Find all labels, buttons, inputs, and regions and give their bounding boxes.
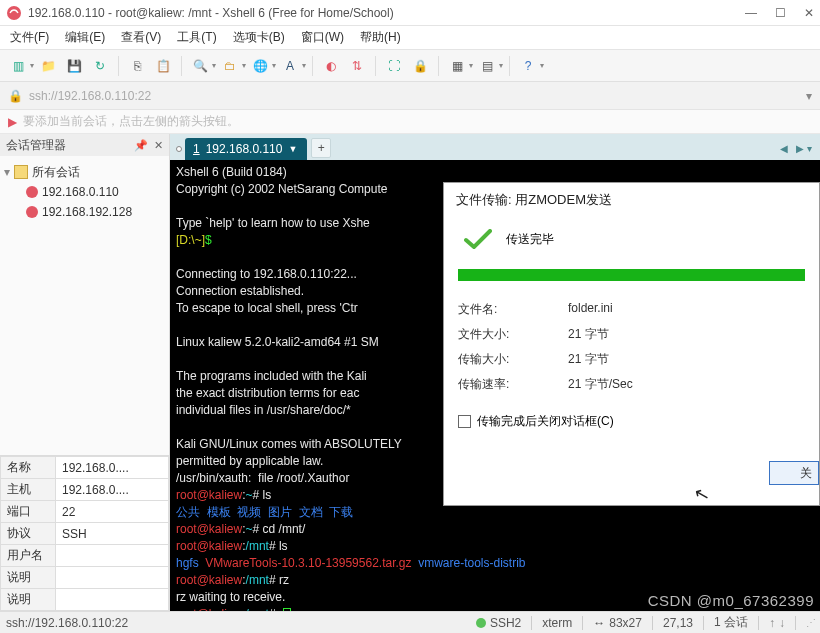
resize-grip-icon[interactable]: ⋰ [806,617,814,628]
tree-root[interactable]: ▾ 所有会话 [4,162,165,182]
tab-menu-icon[interactable] [176,146,182,152]
minimize-button[interactable]: — [745,6,757,20]
prop-val: 192.168.0.... [56,479,169,501]
session-icon [26,206,38,218]
session-tree[interactable]: ▾ 所有会话 192.168.0.110 192.168.192.128 [0,156,169,455]
rate-value: 21 字节/Sec [568,376,633,393]
copy-icon[interactable]: ⎘ [125,54,149,78]
prop-val [56,545,169,567]
open-icon[interactable]: 📁 [36,54,60,78]
close-after-checkbox[interactable]: 传输完成后关闭对话框(C) [458,413,805,430]
resize-icon: ↔ [593,616,605,630]
tree-root-label: 所有会话 [32,164,80,181]
search-icon[interactable]: 🔍 [188,54,212,78]
menu-edit[interactable]: 编辑(E) [59,27,111,48]
collapse-icon[interactable]: ▾ [4,165,10,179]
progress-bar [458,269,805,281]
prop-val: SSH [56,523,169,545]
prop-row: 说明 [1,589,169,611]
session-properties: 名称192.168.0.... 主机192.168.0.... 端口22 协议S… [0,455,169,611]
menu-window[interactable]: 窗口(W) [295,27,350,48]
add-address-button[interactable]: ▾ [806,89,812,103]
globe-icon[interactable]: 🌐 [248,54,272,78]
dialog-title: 文件传输: 用ZMODEM发送 [444,183,819,215]
status-size: 83x27 [609,616,642,630]
session-manager: 会话管理器 📌 ✕ ▾ 所有会话 192.168.0.110 192.168.1… [0,134,170,611]
prop-row: 主机192.168.0.... [1,479,169,501]
prop-key: 说明 [1,589,56,611]
status-bar: ssh://192.168.0.110:22 SSH2 xterm ↔ 83x2… [0,611,820,633]
new-session-icon[interactable]: ▥ [6,54,30,78]
session-manager-title: 会话管理器 [6,137,66,154]
rate-label: 传输速率: [458,376,568,393]
arrow-down-icon[interactable]: ↓ [779,616,785,630]
help-icon[interactable]: ? [516,54,540,78]
hint-bar: ▶ 要添加当前会话，点击左侧的箭头按钮。 [0,110,820,134]
prop-val [56,589,169,611]
reconnect-icon[interactable]: ↻ [88,54,112,78]
tab-label: 192.168.0.110 [206,142,283,156]
tab-prev-icon[interactable]: ◀ [780,143,788,154]
menu-help[interactable]: 帮助(H) [354,27,407,48]
dialog-body: 传送完毕 文件名:folder.ini 文件大小:21 字节 传输大小:21 字… [444,215,819,436]
prop-key: 协议 [1,523,56,545]
prop-key: 端口 [1,501,56,523]
transsize-label: 传输大小: [458,351,568,368]
toolbar: ▥▾ 📁 💾 ↻ ⎘ 📋 🔍▾ 🗀▾ 🌐▾ A▾ ◐ ⇅ ⛶ 🔒 ▦▾ ▤▾ ?… [0,50,820,82]
filesize-value: 21 字节 [568,326,609,343]
mouse-pointer-icon: ↖ [691,481,711,506]
session-icon [26,186,38,198]
menu-view[interactable]: 查看(V) [115,27,167,48]
tab-next-icon[interactable]: ▶ ▾ [796,143,812,154]
tile-icon[interactable]: ▤ [475,54,499,78]
font-icon[interactable]: A [278,54,302,78]
prop-val [56,567,169,589]
transfer-dialog: 文件传输: 用ZMODEM发送 传送完毕 文件名:folder.ini 文件大小… [443,182,820,506]
prop-key: 名称 [1,457,56,479]
close-panel-icon[interactable]: ✕ [154,139,163,152]
tab-dropdown-icon[interactable]: ▼ [288,144,297,154]
menu-tabs[interactable]: 选项卡(B) [227,27,291,48]
hint-text: 要添加当前会话，点击左侧的箭头按钮。 [23,113,239,130]
checkbox-label: 传输完成后关闭对话框(C) [477,413,614,430]
layout-icon[interactable]: ▦ [445,54,469,78]
xftp-icon[interactable]: ⇅ [345,54,369,78]
prop-row: 协议SSH [1,523,169,545]
prop-row: 说明 [1,567,169,589]
xshell-icon[interactable]: ◐ [319,54,343,78]
prop-val: 192.168.0.... [56,457,169,479]
menu-tools[interactable]: 工具(T) [171,27,222,48]
check-icon [464,229,492,249]
paste-icon[interactable]: 📋 [151,54,175,78]
title-bar: 192.168.0.110 - root@kaliew: /mnt - Xshe… [0,0,820,26]
status-address: ssh://192.168.0.110:22 [6,616,128,630]
checkbox-icon[interactable] [458,415,471,428]
status-proto: SSH2 [490,616,521,630]
menu-file[interactable]: 文件(F) [4,27,55,48]
folder-icon[interactable]: 🗀 [218,54,242,78]
status-term: xterm [542,616,572,630]
session-item[interactable]: 192.168.192.128 [4,202,165,222]
address-input[interactable]: ssh://192.168.0.110:22 [29,89,800,103]
expand-icon[interactable]: ⛶ [382,54,406,78]
arrow-up-icon[interactable]: ↑ [769,616,775,630]
address-bar: 🔒 ssh://192.168.0.110:22 ▾ [0,82,820,110]
window-title: 192.168.0.110 - root@kaliew: /mnt - Xshe… [28,6,745,20]
lock-small-icon: 🔒 [8,89,23,103]
lock-icon[interactable]: 🔒 [408,54,432,78]
filesize-label: 文件大小: [458,326,568,343]
menu-bar: 文件(F) 编辑(E) 查看(V) 工具(T) 选项卡(B) 窗口(W) 帮助(… [0,26,820,50]
pin-icon[interactable]: 📌 [134,139,148,152]
svg-point-0 [7,6,21,20]
save-icon[interactable]: 💾 [62,54,86,78]
session-item[interactable]: 192.168.0.110 [4,182,165,202]
dialog-close-button[interactable]: 关 [769,461,819,485]
session-label: 192.168.192.128 [42,205,132,219]
maximize-button[interactable]: ☐ [775,6,786,20]
prop-val: 22 [56,501,169,523]
prop-key: 用户名 [1,545,56,567]
close-button[interactable]: ✕ [804,6,814,20]
tab-add-button[interactable]: + [311,138,331,158]
tab-active[interactable]: 1 192.168.0.110 ▼ [185,138,307,160]
status-dot-icon [476,618,486,628]
